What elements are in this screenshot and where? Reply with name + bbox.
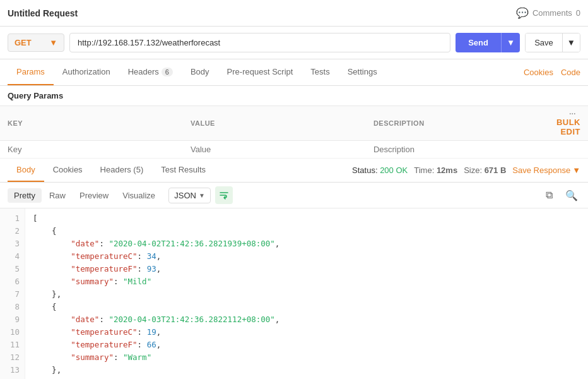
url-bar: GET ▼ Send ▼ Save ▼ [0, 27, 588, 59]
resp-tab-cookies[interactable]: Cookies [44, 159, 91, 182]
request-tabs-left: Params Authorization Headers 6 Body Pre-… [8, 59, 386, 85]
code-content: [ { "date": "2020-04-02T21:42:36.2821939… [25, 208, 588, 379]
params-row [0, 141, 588, 159]
header-right: 💬 Comments 0 [516, 7, 580, 19]
tab-authorization[interactable]: Authorization [54, 59, 119, 85]
query-params-header: Query Params [0, 86, 588, 105]
col-description: DESCRIPTION [366, 106, 549, 141]
format-bar: Pretty Raw Preview Visualize JSON ▼ ⧉ 🔍 [0, 183, 588, 208]
save-button-group: Save ▼ [525, 33, 580, 52]
code-link[interactable]: Code [561, 68, 580, 77]
comments-icon: 💬 [516, 7, 529, 19]
col-key: KEY [0, 106, 183, 141]
tab-pre-request-script[interactable]: Pre-request Script [218, 59, 302, 85]
resp-tab-test-results[interactable]: Test Results [152, 159, 215, 182]
response-tabs-left: Body Cookies Headers (5) Test Results [8, 159, 215, 182]
fmt-raw-button[interactable]: Raw [43, 188, 72, 203]
tab-headers[interactable]: Headers 6 [119, 59, 182, 85]
tab-body[interactable]: Body [182, 59, 218, 85]
tab-tests[interactable]: Tests [302, 59, 338, 85]
url-input[interactable] [69, 33, 450, 52]
response-status-bar: Status: 200 OK Time: 12ms Size: 671 B Sa… [352, 165, 580, 175]
status-value: 200 OK [380, 165, 408, 175]
description-input[interactable] [373, 145, 541, 154]
format-buttons: Pretty Raw Preview Visualize JSON ▼ [8, 186, 233, 204]
format-select-arrow: ▼ [199, 192, 205, 199]
request-tabs: Params Authorization Headers 6 Body Pre-… [0, 59, 588, 86]
save-response-arrow: ▼ [572, 165, 580, 175]
send-button[interactable]: Send [456, 33, 501, 52]
line-numbers: 1 2 3 4 5 6 7 8 9 10 11 12 13 14 15 16 1… [0, 208, 25, 379]
headers-badge: 6 [162, 68, 173, 76]
response-tabs: Body Cookies Headers (5) Test Results St… [0, 159, 588, 183]
tab-settings[interactable]: Settings [339, 59, 386, 85]
size-value: 671 B [485, 165, 507, 175]
save-button[interactable]: Save [526, 33, 562, 52]
method-label: GET [15, 38, 32, 47]
col-actions: ··· Bulk Edit [549, 106, 588, 141]
cookies-link[interactable]: Cookies [524, 68, 553, 77]
value-input[interactable] [191, 145, 358, 154]
fmt-visualize-button[interactable]: Visualize [116, 188, 162, 203]
resp-tab-body[interactable]: Body [8, 159, 44, 182]
save-response-button[interactable]: Save Response ▼ [512, 165, 580, 175]
copy-button[interactable]: ⧉ [540, 186, 558, 204]
fmt-pretty-button[interactable]: Pretty [8, 188, 42, 203]
fmt-preview-button[interactable]: Preview [73, 188, 115, 203]
request-tabs-right: Cookies Code [524, 68, 580, 77]
size-label: Size: 671 B [464, 165, 506, 175]
time-value: 12ms [437, 165, 457, 175]
search-button[interactable]: 🔍 [563, 186, 580, 204]
format-select-label: JSON [174, 191, 196, 200]
resp-tab-headers[interactable]: Headers (5) [91, 159, 153, 182]
code-area[interactable]: 1 2 3 4 5 6 7 8 9 10 11 12 13 14 15 16 1… [0, 208, 588, 379]
method-select[interactable]: GET ▼ [8, 33, 64, 52]
bulk-edit-button[interactable]: Bulk Edit [556, 117, 580, 136]
page-title: Untitled Request [8, 8, 78, 18]
comments-label[interactable]: Comments [532, 8, 572, 18]
wrap-icon[interactable] [215, 186, 233, 204]
key-input[interactable] [8, 145, 175, 154]
col-value: VALUE [183, 106, 366, 141]
tab-params[interactable]: Params [8, 59, 54, 85]
send-button-group: Send ▼ [456, 33, 520, 52]
params-table: KEY VALUE DESCRIPTION ··· Bulk Edit [0, 105, 588, 159]
method-dropdown-icon: ▼ [49, 38, 57, 47]
format-bar-right: ⧉ 🔍 [540, 186, 580, 204]
time-label: Time: 12ms [414, 165, 457, 175]
format-select[interactable]: JSON ▼ [168, 188, 211, 203]
status-label: Status: 200 OK [352, 165, 408, 175]
save-dropdown-button[interactable]: ▼ [562, 33, 580, 52]
app-header: Untitled Request 💬 Comments 0 [0, 0, 588, 27]
send-dropdown-button[interactable]: ▼ [501, 33, 520, 52]
more-options-icon[interactable]: ··· [569, 110, 576, 117]
comments-count: 0 [576, 8, 580, 18]
